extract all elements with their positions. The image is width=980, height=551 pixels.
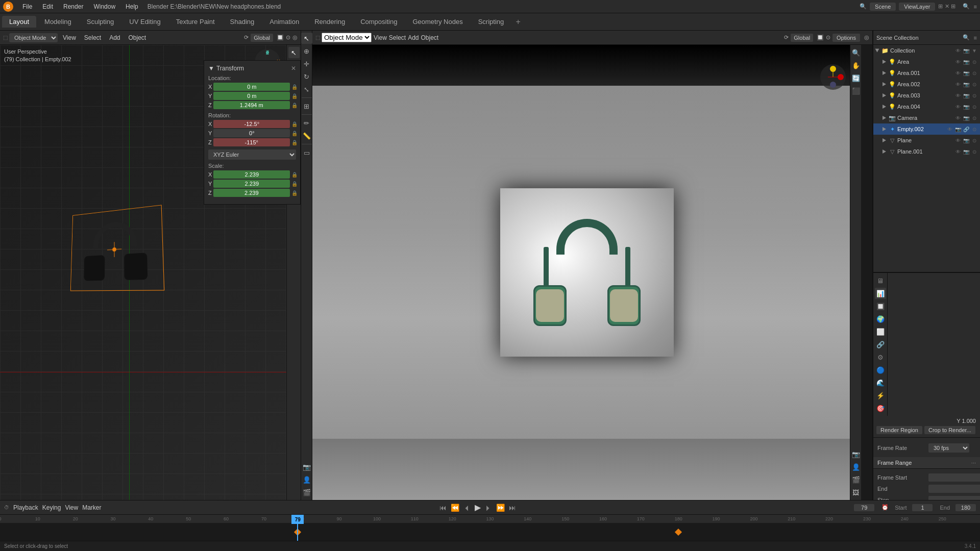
scale-x-lock[interactable]: 🔒 bbox=[291, 170, 298, 179]
frame-range-section-header[interactable]: Frame Range ··· bbox=[873, 457, 980, 469]
col-visible[interactable]: 👁 bbox=[954, 47, 962, 54]
left-object-menu[interactable]: Object bbox=[126, 33, 150, 42]
outliner-filter[interactable]: ≡ bbox=[974, 35, 977, 41]
search-icon[interactable]: 🔍 bbox=[963, 3, 970, 10]
plane-visible[interactable]: 👁 bbox=[954, 137, 962, 144]
menu-render[interactable]: Render bbox=[59, 2, 87, 11]
area-filter[interactable]: ⊙ bbox=[971, 58, 978, 65]
location-y[interactable] bbox=[213, 92, 290, 100]
right-tool-measure[interactable]: 📏 bbox=[301, 130, 312, 141]
col-filter[interactable]: ▼ bbox=[971, 47, 978, 54]
rs-scene-btn[interactable]: 🎬 bbox=[850, 474, 862, 485]
rotation-z[interactable] bbox=[213, 138, 290, 146]
right-object-menu[interactable]: Object bbox=[421, 34, 439, 41]
left-select-menu[interactable]: Select bbox=[81, 33, 104, 42]
tab-texture-paint[interactable]: Texture Paint bbox=[169, 16, 222, 28]
area004-visible[interactable]: 👁 bbox=[954, 103, 962, 110]
right-add-menu[interactable]: Add bbox=[408, 34, 419, 41]
left-snap-icon[interactable]: 🔲 bbox=[277, 34, 284, 41]
scale-y[interactable] bbox=[213, 180, 290, 188]
add-tab-button[interactable]: + bbox=[512, 16, 524, 28]
rotation-mode-select[interactable]: XYZ Euler bbox=[208, 149, 296, 160]
left-prop-icon[interactable]: ⊙ bbox=[286, 34, 290, 41]
right-tool-rotate[interactable]: ↻ bbox=[301, 71, 312, 82]
empty002-constraint[interactable]: 🔗 bbox=[963, 126, 970, 133]
right-snap-icon[interactable]: 🔲 bbox=[817, 34, 824, 41]
outliner-camera[interactable]: 📷 Camera 👁 📷 ⊙ bbox=[873, 112, 980, 123]
rotation-y-lock[interactable]: 🔒 bbox=[291, 129, 298, 137]
tab-sculpting[interactable]: Sculpting bbox=[80, 16, 121, 28]
plane001-filter[interactable]: ⊙ bbox=[971, 148, 978, 155]
camera-visible[interactable]: 👁 bbox=[954, 114, 962, 121]
right-mode-select[interactable]: Object Mode bbox=[322, 33, 372, 42]
prop-icon-modifier[interactable]: ⚙ bbox=[875, 352, 886, 363]
tab-shading[interactable]: Shading bbox=[223, 16, 262, 28]
prop-icon-data[interactable]: 🎯 bbox=[875, 403, 886, 414]
prop-icon-object[interactable]: ⬜ bbox=[875, 326, 886, 337]
left-add-menu[interactable]: Add bbox=[106, 33, 123, 42]
tab-animation[interactable]: Animation bbox=[262, 16, 306, 28]
menu-file[interactable]: File bbox=[18, 2, 36, 11]
frame-end-input[interactable] bbox=[928, 485, 980, 493]
right-tool-cursor[interactable]: ⊕ bbox=[301, 45, 312, 57]
empty002-filter[interactable]: ⊙ bbox=[971, 126, 978, 133]
rs-rotate-view[interactable]: 🔄 bbox=[850, 72, 862, 84]
rs-person-btn[interactable]: 👤 bbox=[850, 461, 862, 472]
timeline-scrubber[interactable]: 0102030405060708090100110120130140150160… bbox=[0, 515, 980, 541]
crop-render-btn[interactable]: Crop to Render... bbox=[924, 426, 975, 434]
outliner-area001[interactable]: 💡 Area.001 👁 📷 ⊙ bbox=[873, 67, 980, 79]
plane-filter[interactable]: ⊙ bbox=[971, 137, 978, 144]
plane001-visible[interactable]: 👁 bbox=[954, 148, 962, 155]
right-tool-scale[interactable]: ⤡ bbox=[301, 84, 312, 95]
outliner-plane001[interactable]: ▽ Plane.001 👁 📷 ⊙ bbox=[873, 146, 980, 157]
menu-edit[interactable]: Edit bbox=[38, 2, 57, 11]
scene-selector[interactable]: Scene bbox=[870, 3, 896, 11]
frame-step-input[interactable] bbox=[928, 496, 980, 500]
playback-menu[interactable]: Playback bbox=[13, 504, 38, 511]
viewlayer-selector[interactable]: ViewLayer bbox=[899, 3, 935, 11]
outliner-area002[interactable]: 💡 Area.002 👁 📷 ⊙ bbox=[873, 79, 980, 90]
right-select-menu[interactable]: Select bbox=[389, 34, 406, 41]
scale-x[interactable] bbox=[213, 170, 290, 179]
tool-select[interactable]: ↖ bbox=[288, 47, 300, 58]
tab-modeling[interactable]: Modeling bbox=[37, 16, 79, 28]
outliner-area004[interactable]: 💡 Area.004 👁 📷 ⊙ bbox=[873, 101, 980, 112]
jump-start-btn[interactable]: ⏮ bbox=[439, 504, 447, 512]
camera-render[interactable]: 📷 bbox=[963, 114, 970, 121]
left-mode-select[interactable]: Object Mode bbox=[9, 33, 58, 42]
right-tool-annotate[interactable]: ✏ bbox=[301, 117, 312, 129]
right-prop-icon[interactable]: ⊙ bbox=[826, 34, 830, 41]
right-view-menu[interactable]: View bbox=[374, 34, 387, 41]
right-options-btn[interactable]: Options bbox=[832, 34, 860, 42]
area001-filter[interactable]: ⊙ bbox=[971, 69, 978, 77]
transform-close[interactable]: ✕ bbox=[291, 65, 296, 72]
rs-zoom[interactable]: ⬛ bbox=[850, 85, 862, 96]
next-keyframe-btn[interactable]: ⏵ bbox=[485, 504, 492, 512]
camera-filter[interactable]: ⊙ bbox=[971, 114, 978, 121]
next-frame-btn[interactable]: ⏩ bbox=[496, 504, 505, 512]
area004-filter[interactable]: ⊙ bbox=[971, 103, 978, 110]
filter-icon[interactable]: ≡ bbox=[974, 4, 977, 10]
area003-render[interactable]: 📷 bbox=[963, 92, 970, 99]
rs-render-btn[interactable]: 🖼 bbox=[850, 487, 862, 498]
left-3d-viewport[interactable]: User Perspective (79) Collection | Empty… bbox=[0, 45, 301, 500]
prop-icon-scene[interactable]: 🖥 bbox=[875, 275, 886, 286]
area001-visible[interactable]: 👁 bbox=[954, 69, 962, 77]
plane-render[interactable]: 📷 bbox=[963, 137, 970, 144]
jump-end-btn[interactable]: ⏭ bbox=[509, 504, 516, 512]
area002-render[interactable]: 📷 bbox=[963, 81, 970, 88]
left-view-menu[interactable]: View bbox=[60, 33, 79, 42]
scale-y-lock[interactable]: 🔒 bbox=[291, 180, 298, 188]
menu-window[interactable]: Window bbox=[89, 2, 119, 11]
prop-icon-physics[interactable]: 🌊 bbox=[875, 377, 886, 388]
current-frame-input[interactable] bbox=[854, 504, 874, 511]
area004-render[interactable]: 📷 bbox=[963, 103, 970, 110]
marker-menu[interactable]: Marker bbox=[82, 504, 101, 511]
rs-grab[interactable]: ✋ bbox=[850, 60, 862, 71]
prop-icon-material[interactable]: ⚡ bbox=[875, 390, 886, 401]
right-tool-scene[interactable]: 🎬 bbox=[301, 487, 312, 498]
right-tool-person[interactable]: 👤 bbox=[301, 474, 312, 485]
prop-icon-constraint[interactable]: 🔗 bbox=[875, 339, 886, 350]
prop-icon-world[interactable]: 🌍 bbox=[875, 313, 886, 324]
location-z-lock[interactable]: 🔒 bbox=[291, 101, 298, 109]
